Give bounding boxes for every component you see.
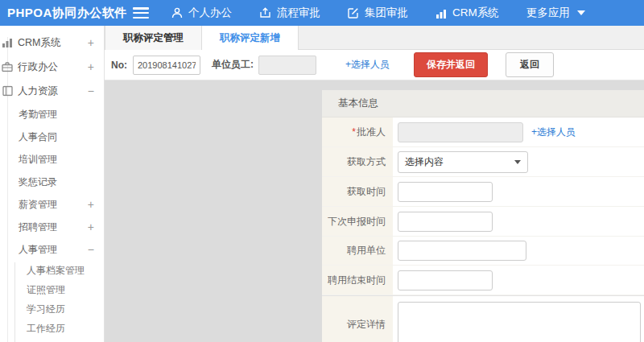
nav-label: 集团审批 <box>365 6 408 20</box>
form-row-acquire-method: 获取方式 选择内容 <box>322 147 644 177</box>
sidebar-item-education[interactable]: 学习经历 <box>0 299 104 319</box>
sidebar-item-label: CRM系统 <box>18 36 60 50</box>
tab-bar: 职称评定管理 职称评定新增 <box>105 26 644 50</box>
toolbar: No: 单位员工: +选择人员 保存并返回 返回 <box>105 50 644 80</box>
sidebar-item-label: 工作经历 <box>27 322 65 336</box>
tab-title-new[interactable]: 职称评定新增 <box>202 26 299 50</box>
sidebar-item-hr[interactable]: 人力资源 − <box>0 79 104 103</box>
user-icon <box>171 7 183 19</box>
sidebar-item-label: 考勤管理 <box>19 108 57 122</box>
acquire-method-select[interactable]: 选择内容 <box>398 151 528 173</box>
tab-title-management[interactable]: 职称评定管理 <box>105 26 202 50</box>
no-label: No: <box>111 60 127 71</box>
field-label: * 批准人 <box>322 117 393 146</box>
sidebar-item-labor-skills[interactable]: 劳动技能 <box>0 338 104 342</box>
sidebar-item-label: 证照管理 <box>27 283 65 297</box>
employer-input[interactable] <box>398 241 526 261</box>
label-text: 下次申报时间 <box>328 215 386 229</box>
form-row-acquire-time: 获取时间 <box>322 177 644 207</box>
nav-personal-office[interactable]: 个人办公 <box>171 6 232 20</box>
sidebar-item-hr-contract[interactable]: 人事合同 <box>0 126 104 148</box>
sidebar-item-label: 行政办公 <box>18 60 58 74</box>
next-apply-time-input[interactable] <box>398 212 493 232</box>
expand-plus-icon[interactable]: + <box>88 36 94 49</box>
collapse-minus-icon[interactable]: − <box>88 243 94 256</box>
label-text: 批准人 <box>357 126 386 139</box>
sidebar-item-crm[interactable]: CRM系统 + <box>0 31 104 55</box>
sidebar-item-label: 学习经历 <box>27 303 65 316</box>
expand-plus-icon[interactable]: + <box>88 220 94 233</box>
sidebar-item-work-history[interactable]: 工作经历 <box>0 319 104 338</box>
acquire-time-input[interactable] <box>398 182 493 202</box>
briefcase-icon <box>0 62 14 72</box>
menu-toggle-icon[interactable] <box>133 7 149 19</box>
label-text: 获取方式 <box>347 155 386 169</box>
nav-process-approval[interactable]: 流程审批 <box>259 6 320 20</box>
selected-option: 选择内容 <box>405 155 444 169</box>
sidebar-item-personnel-files[interactable]: 人事档案管理 <box>0 261 104 280</box>
nav-label: 个人办公 <box>188 6 232 20</box>
sidebar-item-training[interactable]: 培训管理 <box>0 148 104 171</box>
main-area: 职称评定管理 职称评定新增 No: 单位员工: +选择人员 保存并返回 返回 基… <box>105 26 644 342</box>
edit-icon <box>348 7 359 19</box>
top-bar: PHPOA协同办公软件 个人办公 流程审批 集团审批 <box>0 0 644 26</box>
sidebar-item-admin-office[interactable]: 行政办公 + <box>0 55 104 79</box>
record-no-input[interactable] <box>133 56 200 75</box>
sidebar-item-label: 薪资管理 <box>19 198 57 212</box>
section-title: 基本信息 <box>338 97 378 110</box>
app-logo: PHPOA协同办公软件 <box>0 6 133 21</box>
basic-info-panel: 基本信息 * 批准人 +选择人员 获取方式 <box>322 90 644 342</box>
sidebar-item-attendance[interactable]: 考勤管理 <box>0 103 104 126</box>
chart-icon <box>436 8 447 19</box>
form-row-employer: 聘用单位 <box>322 237 644 266</box>
app-window: PHPOA协同办公软件 个人办公 流程审批 集团审批 <box>0 0 644 342</box>
sidebar-item-label: 人事合同 <box>19 130 57 144</box>
employee-input[interactable] <box>258 56 316 75</box>
sidebar-item-recruit[interactable]: 招聘管理+ <box>0 216 104 238</box>
form-row-approver: * 批准人 +选择人员 <box>322 117 644 147</box>
select-person-link[interactable]: +选择人员 <box>345 58 390 72</box>
label-text: 聘用结束时间 <box>328 274 386 287</box>
tab-label: 职称评定管理 <box>123 31 184 45</box>
detail-textarea[interactable] <box>398 302 641 342</box>
approver-input[interactable] <box>398 122 523 142</box>
sidebar-item-label: 培训管理 <box>19 153 57 167</box>
sidebar: CRM系统 + 行政办公 + 人力资源 − 考勤管理 人事合同 培训管理 奖惩记 <box>0 26 105 342</box>
sidebar-item-label: 奖惩记录 <box>19 175 57 189</box>
sidebar-item-rewards[interactable]: 奖惩记录 <box>0 171 104 193</box>
collapse-minus-icon[interactable]: − <box>88 84 94 97</box>
content-area: 基本信息 * 批准人 +选择人员 获取方式 <box>105 80 644 342</box>
expand-plus-icon[interactable]: + <box>88 198 94 211</box>
sidebar-item-personnel[interactable]: 人事管理− <box>0 238 104 261</box>
back-button[interactable]: 返回 <box>506 52 554 77</box>
select-person-link[interactable]: +选择人员 <box>531 126 576 139</box>
sidebar-item-label: 人事档案管理 <box>27 264 85 278</box>
sidebar-item-label: 人事管理 <box>19 243 57 257</box>
label-text: 获取时间 <box>347 185 386 199</box>
tab-label: 职称评定新增 <box>220 31 280 45</box>
sidebar-menu: CRM系统 + 行政办公 + 人力资源 − 考勤管理 人事合同 培训管理 奖惩记 <box>0 26 104 342</box>
label-text: 聘用单位 <box>347 244 386 258</box>
required-mark: * <box>352 126 356 138</box>
sidebar-item-salary[interactable]: 薪资管理+ <box>0 193 104 216</box>
header-nav: 个人办公 流程审批 集团审批 CRM系统 <box>171 6 585 20</box>
nav-label: 更多应用 <box>526 6 570 20</box>
nav-crm-system[interactable]: CRM系统 <box>436 6 499 20</box>
employ-end-time-input[interactable] <box>398 270 493 290</box>
expand-plus-icon[interactable]: + <box>88 60 94 73</box>
form-row-next-apply-time: 下次申报时间 <box>322 207 644 237</box>
form-row-employ-end-time: 聘用结束时间 <box>322 266 644 295</box>
nav-more-apps[interactable]: 更多应用 <box>526 6 585 20</box>
nav-group-approval[interactable]: 集团审批 <box>348 6 408 20</box>
sidebar-item-label: 人力资源 <box>18 84 58 98</box>
sidebar-submenu-personnel: 人事档案管理 证照管理 学习经历 工作经历 劳动技能 社会关系 <box>0 261 104 342</box>
employee-label: 单位员工: <box>212 58 254 72</box>
process-icon <box>259 7 271 19</box>
nav-label: 流程审批 <box>277 6 320 20</box>
caret-down-icon <box>577 10 585 15</box>
section-header: 基本信息 <box>322 90 644 117</box>
chart-icon <box>0 38 14 47</box>
sidebar-item-certificates[interactable]: 证照管理 <box>0 280 104 299</box>
save-return-button[interactable]: 保存并返回 <box>414 52 488 77</box>
form-row-detail: 评定详情 <box>322 295 644 342</box>
